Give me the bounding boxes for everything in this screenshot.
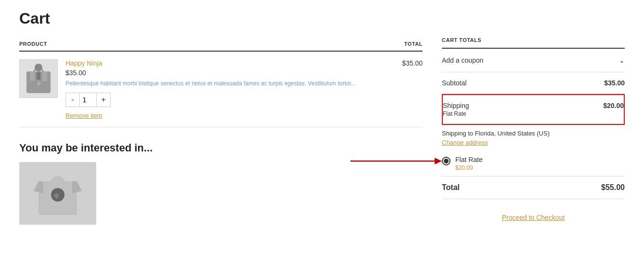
cart-section: PRODUCT TOTAL: [19, 37, 423, 228]
quantity-input[interactable]: [79, 93, 97, 107]
proceed-to-checkout-button[interactable]: Proceed to Checkout: [442, 207, 625, 228]
flat-rate-option-price: $20.00: [455, 164, 483, 171]
product-price: $35.00: [65, 69, 399, 77]
product-cell: ψ Happy Ninja $35.00 Pellentesque habita…: [19, 59, 399, 119]
flat-rate-label: Flat Rate: [443, 110, 603, 117]
total-column-header: TOTAL: [399, 37, 423, 51]
subtotal-label: Subtotal: [442, 79, 466, 87]
shipping-row: Shipping Flat Rate $20.00: [442, 94, 625, 125]
svg-rect-2: [30, 71, 35, 81]
svg-rect-4: [37, 72, 40, 80]
shipping-address: Shipping to Florida, United States (US) …: [442, 125, 625, 151]
interested-products: ψ: [19, 162, 423, 225]
shipping-left: Shipping Flat Rate: [443, 102, 603, 117]
quantity-control: - +: [65, 93, 111, 107]
product-image: ψ: [19, 59, 58, 98]
subtotal-value: $35.00: [604, 79, 625, 87]
page-title: Cart: [19, 10, 625, 27]
interested-product-image: ψ: [19, 162, 96, 225]
radio-inner: [444, 159, 449, 163]
svg-point-1: [35, 64, 42, 71]
coupon-row: Add a coupon ⌄: [442, 49, 625, 72]
quantity-increase-button[interactable]: +: [97, 93, 110, 107]
total-value: $55.00: [601, 183, 625, 192]
interested-title: You may be interested in...: [19, 142, 423, 154]
table-row: ψ Happy Ninja $35.00 Pellentesque habita…: [19, 51, 423, 127]
flat-rate-radio[interactable]: [442, 157, 451, 165]
change-address-link[interactable]: Change address: [442, 139, 625, 146]
cart-table: PRODUCT TOTAL: [19, 37, 423, 127]
cart-totals-section: CART TOTALS Add a coupon ⌄ Subtotal $35.…: [442, 37, 625, 228]
svg-text:ψ: ψ: [54, 192, 59, 199]
product-column-header: PRODUCT: [19, 37, 399, 51]
svg-marker-10: [435, 158, 442, 164]
arrow-icon: [346, 154, 442, 168]
svg-text:ψ: ψ: [37, 81, 40, 86]
product-description: Pellentesque habitant morbi tristique se…: [65, 80, 399, 88]
shipping-address-text: Shipping to Florida, United States (US): [442, 130, 550, 137]
svg-rect-3: [42, 71, 47, 81]
remove-item-link[interactable]: Remove item: [65, 112, 399, 119]
total-row: Total $55.00: [442, 177, 625, 199]
product-name-link[interactable]: Happy Ninja: [65, 59, 399, 67]
shipping-label: Shipping: [443, 102, 603, 109]
shipping-value: $20.00: [603, 102, 624, 109]
flat-rate-option-info: Flat Rate $20.00: [455, 156, 483, 171]
product-info: Happy Ninja $35.00 Pellentesque habitant…: [65, 59, 399, 119]
item-total: $35.00: [399, 51, 423, 127]
cart-totals: CART TOTALS Add a coupon ⌄ Subtotal $35.…: [442, 37, 625, 228]
flat-rate-option: Flat Rate $20.00: [442, 151, 625, 177]
cart-totals-title: CART TOTALS: [442, 37, 625, 49]
interested-product-item: ψ: [19, 162, 96, 225]
flat-rate-option-label: Flat Rate: [455, 156, 483, 163]
subtotal-row: Subtotal $35.00: [442, 72, 625, 94]
quantity-decrease-button[interactable]: -: [66, 93, 79, 107]
coupon-label: Add a coupon: [442, 56, 483, 64]
chevron-down-icon[interactable]: ⌄: [619, 56, 625, 64]
total-label: Total: [442, 183, 460, 192]
